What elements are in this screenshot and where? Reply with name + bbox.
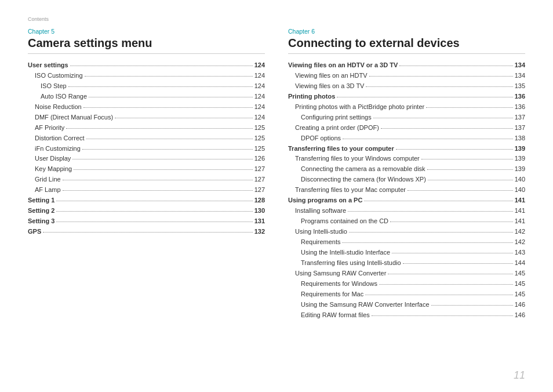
toc-dots	[365, 295, 512, 295]
toc-entry: Setting 2130	[28, 206, 265, 216]
toc-dots	[426, 107, 512, 108]
toc-dots	[70, 66, 253, 66]
toc-dots	[115, 118, 253, 118]
toc-label: DPOF options	[288, 134, 341, 143]
toc-entry: Viewing files on a 3D TV135	[288, 82, 525, 91]
toc-label: Programs contained on the CD	[288, 217, 388, 226]
toc-page-num: 134	[515, 71, 525, 81]
toc-dots	[72, 159, 252, 159]
toc-entry: Transferring files to your Windows compu…	[288, 154, 525, 164]
toc-page-num: 124	[254, 92, 265, 101]
toc-dots	[74, 169, 252, 170]
toc-page-num: 127	[254, 186, 265, 195]
toc-page-num: 141	[515, 217, 525, 226]
toc-label: Distortion Correct	[28, 134, 85, 143]
toc-label: ISO Step	[28, 82, 67, 91]
toc-page-num: 136	[515, 92, 525, 101]
toc-label: Key Mapping	[28, 165, 72, 174]
toc-dots	[343, 139, 513, 139]
toc-page-num: 140	[515, 175, 525, 184]
toc-label: Setting 2	[28, 206, 54, 216]
toc-dots	[56, 222, 252, 222]
left-chapter-label: Chapter 5	[28, 28, 265, 35]
toc-page-num: 125	[254, 144, 265, 154]
toc-page-num: 139	[515, 144, 525, 154]
toc-label: GPS	[28, 227, 41, 237]
toc-label: Requirements	[288, 238, 340, 247]
toc-dots	[381, 128, 513, 129]
toc-page-num: 124	[254, 71, 265, 81]
left-column: Chapter 5 Camera settings menu User sett…	[28, 28, 265, 321]
toc-entry: Setting 1128	[28, 196, 265, 205]
toc-page-num: 144	[515, 259, 525, 268]
toc-label: iFn Customizing	[28, 144, 81, 154]
toc-entry: Printing photos136	[288, 92, 525, 101]
toc-label: Setting 3	[28, 217, 54, 226]
toc-label: Requirements for Windows	[288, 280, 377, 289]
toc-entry: iFn Customizing125	[28, 144, 265, 154]
toc-page-num: 142	[515, 238, 525, 247]
toc-page-num: 145	[515, 290, 525, 299]
toc-page-num: 130	[254, 206, 265, 216]
toc-entry: Setting 3131	[28, 217, 265, 226]
toc-dots	[366, 86, 512, 87]
toc-page-num: 127	[254, 165, 265, 174]
toc-page-num: 124	[254, 82, 265, 91]
toc-entry: Transferring files to your computer139	[288, 144, 525, 154]
toc-dots	[369, 76, 513, 77]
toc-label: Transferring files using Intelli-studio	[288, 259, 401, 268]
right-column: Chapter 6 Connecting to external devices…	[288, 28, 525, 321]
toc-label: User Display	[28, 154, 71, 164]
toc-entry: Printing photos with a PictBridge photo …	[288, 103, 525, 112]
toc-dots	[66, 128, 252, 129]
toc-dots	[89, 97, 253, 97]
toc-page-num: 131	[254, 217, 265, 226]
toc-dots	[396, 149, 513, 150]
toc-label: Printing photos with a PictBridge photo …	[288, 103, 424, 112]
toc-page-num: 125	[254, 124, 265, 133]
toc-label: Connecting the camera as a removable dis…	[288, 165, 425, 174]
toc-entry: Using the Intelli-studio Interface143	[288, 248, 525, 257]
toc-entry: Noise Reduction124	[28, 103, 265, 112]
toc-page-num: 128	[254, 196, 265, 205]
toc-entry: Key Mapping127	[28, 165, 265, 174]
toc-dots	[408, 190, 513, 191]
toc-entry: Viewing files on an HDTV134	[288, 71, 525, 81]
toc-entry: User Display126	[28, 154, 265, 164]
toc-entry: ISO Step124	[28, 82, 265, 91]
toc-label: DMF (Direct Manual Focus)	[28, 113, 113, 122]
toc-page-num: 145	[515, 280, 525, 289]
toc-dots	[342, 242, 512, 243]
toc-dots	[364, 201, 512, 201]
toc-entry: Using programs on a PC141	[288, 196, 525, 205]
toc-entry: User settings124	[28, 61, 265, 70]
toc-entry: Installing software141	[288, 206, 525, 216]
toc-page-num: 141	[515, 206, 525, 216]
toc-dots	[431, 305, 513, 306]
toc-dots	[56, 211, 252, 212]
toc-dots	[83, 107, 253, 108]
toc-label: Disconnecting the camera (for Windows XP…	[288, 175, 426, 184]
toc-entry: Configuring print settings137	[288, 113, 525, 122]
toc-dots	[421, 159, 513, 159]
right-toc: Viewing files on an HDTV or a 3D TV134Vi…	[288, 61, 525, 320]
toc-label: Viewing files on a 3D TV	[288, 82, 364, 91]
toc-entry: Using the Samsung RAW Converter Interfac…	[288, 300, 525, 310]
toc-entry: AF Priority125	[28, 124, 265, 133]
toc-label: Creating a print order (DPOF)	[288, 124, 379, 133]
toc-page-num: 127	[254, 175, 265, 184]
toc-label: Using Samsung RAW Converter	[288, 269, 386, 278]
toc-dots	[63, 180, 253, 180]
toc-label: User settings	[28, 61, 68, 70]
toc-entry: Using Samsung RAW Converter145	[288, 269, 525, 278]
toc-label: Viewing files on an HDTV or a 3D TV	[288, 61, 398, 70]
left-chapter-title: Camera settings menu	[28, 37, 265, 54]
toc-dots	[85, 76, 253, 77]
toc-label: Using programs on a PC	[288, 196, 362, 205]
toc-page-num: 139	[515, 165, 525, 174]
toc-page-num: 134	[515, 61, 525, 70]
toc-page-num: 146	[515, 300, 525, 310]
left-toc: User settings124ISO Customizing124ISO St…	[28, 61, 265, 237]
toc-label: Grid Line	[28, 175, 61, 184]
toc-dots	[428, 180, 513, 180]
